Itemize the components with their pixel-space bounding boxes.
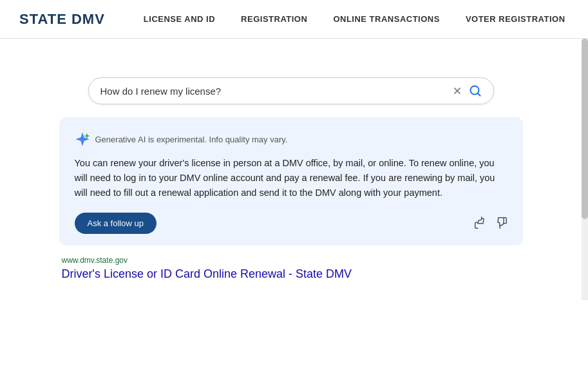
- nav-item-license[interactable]: LICENSE AND ID: [144, 1, 215, 37]
- main-nav: LICENSE AND ID REGISTRATION ONLINE TRANS…: [144, 1, 565, 37]
- ai-sparkle-icon: [75, 131, 90, 147]
- nav-item-online-transactions[interactable]: ONLINE TRANSACTIONS: [333, 1, 440, 37]
- nav-item-registration[interactable]: REGISTRATION: [241, 1, 307, 37]
- thumbs-down-icon: [495, 216, 507, 229]
- page-body: Generative AI is experimental. Info qual…: [0, 39, 588, 300]
- site-header: STATE DMV LICENSE AND ID REGISTRATION ON…: [0, 0, 588, 39]
- thumbs-up-icon: [474, 216, 487, 229]
- search-result-item: www.dmv.state.gov Driver's License or ID…: [59, 256, 523, 281]
- ai-answer-body: You can renew your driver's license in p…: [75, 156, 507, 201]
- search-input[interactable]: [100, 86, 452, 97]
- ai-card-footer: Ask a follow up: [75, 213, 507, 234]
- ai-answer-card: Generative AI is experimental. Info qual…: [59, 117, 523, 245]
- site-logo: STATE DMV: [19, 11, 105, 28]
- search-bar: [88, 77, 494, 104]
- scrollbar-track[interactable]: [582, 39, 588, 300]
- clear-icon[interactable]: [452, 86, 462, 96]
- nav-item-voter-registration[interactable]: VOTER REGISTRATION: [466, 1, 565, 37]
- thumbs-up-button[interactable]: [474, 216, 487, 229]
- ai-card-header: Generative AI is experimental. Info qual…: [75, 131, 507, 147]
- result-url: www.dmv.state.gov: [62, 256, 520, 265]
- ask-followup-button[interactable]: Ask a follow up: [75, 213, 156, 234]
- thumbs-down-button[interactable]: [495, 216, 507, 229]
- search-submit-icon[interactable]: [469, 84, 482, 97]
- feedback-icons: [474, 216, 507, 229]
- ai-disclaimer-text: Generative AI is experimental. Info qual…: [95, 135, 288, 144]
- result-title-link[interactable]: Driver's License or ID Card Online Renew…: [62, 267, 352, 280]
- main-content: Generative AI is experimental. Info qual…: [0, 39, 582, 300]
- scrollbar-thumb[interactable]: [582, 39, 588, 219]
- search-container: [88, 77, 494, 104]
